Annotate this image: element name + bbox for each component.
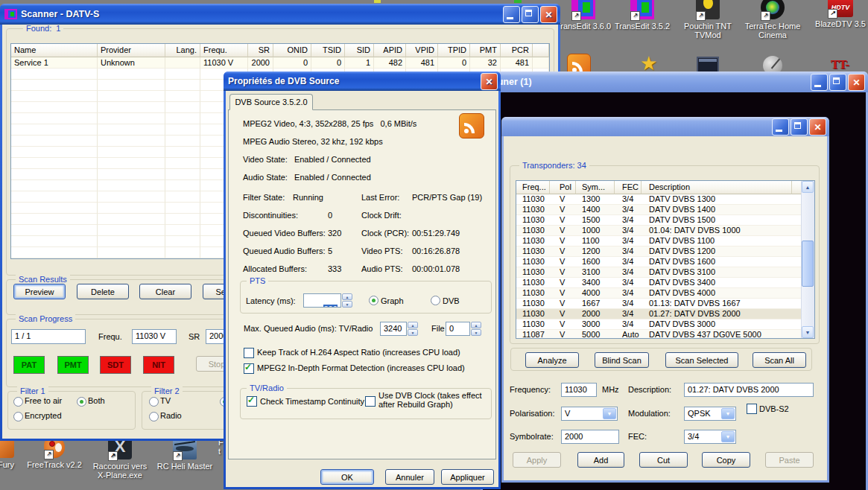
vertical-scrollbar[interactable]: ▲▼ bbox=[801, 181, 814, 338]
latency-field[interactable]: 300 bbox=[303, 293, 341, 308]
column-header[interactable]: ONID bbox=[273, 44, 311, 57]
spin-up-icon[interactable]: ▲ bbox=[408, 322, 418, 328]
filter2-radio-tv[interactable] bbox=[149, 397, 159, 407]
transponder-row[interactable]: 11030V16673/401.13: DATV DVBS 1667 bbox=[516, 299, 814, 309]
copy-button[interactable]: Copy bbox=[702, 452, 750, 468]
chevron-down-icon[interactable]: ▼ bbox=[721, 431, 735, 442]
transponder-list[interactable]: Freq...PolSym...FECDescription11030V1300… bbox=[516, 180, 815, 339]
filter1-radio-encrypted[interactable] bbox=[13, 412, 23, 421]
chevron-down-icon[interactable]: ▼ bbox=[721, 408, 735, 419]
desktop-icon-pouchin[interactable]: ↗Pouchin TNTTVMod bbox=[678, 0, 738, 39]
column-header[interactable]: SID bbox=[345, 44, 374, 57]
tab-dvb-source[interactable]: DVB Source 3.5.2.0 bbox=[229, 94, 313, 110]
column-header[interactable]: Freq... bbox=[516, 181, 550, 194]
mpeg2-indepth-checkbox[interactable] bbox=[244, 363, 254, 374]
desktop-icon-transedit-352[interactable]: ↗TransEdit 3.5.2 bbox=[612, 0, 672, 31]
analyze-button[interactable]: Analyze bbox=[525, 352, 579, 368]
column-header[interactable]: PMT bbox=[470, 44, 501, 57]
column-header[interactable]: Sym... bbox=[576, 181, 615, 194]
max-queued-file-stepper[interactable]: ▲▼ bbox=[471, 322, 481, 336]
spin-up-icon[interactable]: ▲ bbox=[342, 293, 352, 300]
spin-down-icon[interactable]: ▼ bbox=[471, 329, 481, 336]
apply-button[interactable]: Apply bbox=[513, 452, 561, 468]
max-queued-file-field[interactable]: 0 bbox=[446, 322, 470, 336]
column-header[interactable]: TSID bbox=[311, 44, 345, 57]
delete-button[interactable]: Delete bbox=[77, 284, 129, 299]
symbolrate-field[interactable]: 2000 bbox=[561, 430, 619, 444]
frequency-field[interactable]: 11030 bbox=[561, 383, 597, 397]
column-header[interactable]: Frequ. bbox=[200, 44, 248, 57]
scroll-down-icon[interactable]: ▼ bbox=[802, 326, 814, 338]
desktop-icon-transedit-360[interactable]: ↗TransEdit 3.6.0 bbox=[554, 0, 613, 31]
desktop-icon-terratec[interactable]: ↗TerraTec HomeCinema bbox=[743, 0, 802, 39]
max-queued-tv-field[interactable]: 3240 bbox=[380, 322, 407, 336]
paste-button[interactable]: Paste bbox=[765, 452, 814, 468]
modulation-select[interactable]: QPSK ▼ bbox=[684, 407, 736, 421]
transponder-row[interactable]: 11030V14003/4DATV DVBS 1400 bbox=[516, 205, 814, 215]
frequ-field[interactable]: 11030 V bbox=[132, 329, 177, 344]
transponder-row[interactable]: 11030V34003/4DATV DVBS 3400 bbox=[516, 278, 814, 288]
ok-button[interactable]: OK bbox=[320, 469, 374, 485]
graph-radio[interactable] bbox=[369, 296, 378, 305]
latency-stepper[interactable]: ▲▼ bbox=[342, 293, 352, 308]
spin-down-icon[interactable]: ▼ bbox=[342, 301, 352, 308]
transponder-titlebar[interactable] bbox=[501, 117, 829, 136]
column-header[interactable]: SR bbox=[248, 44, 273, 57]
blind-scan-button[interactable]: Blind Scan bbox=[595, 352, 649, 368]
dvbs2-checkbox[interactable] bbox=[747, 404, 757, 414]
transponder-row[interactable]: 11030V40003/4DATV DVBS 4000 bbox=[516, 288, 814, 299]
transponder-row[interactable]: 11030V30003/4DATV DVBS 3000 bbox=[516, 319, 814, 330]
desktop-icon-xplane[interactable]: X↗Raccourci versX-Plane.exe bbox=[90, 436, 150, 480]
transponder-row[interactable]: 11030V15003/4DATV DVBS 1500 bbox=[516, 215, 814, 226]
description-field[interactable]: 01.27: DATV DVBS 2000 bbox=[684, 383, 814, 397]
desktop-icon-blazedtv[interactable]: HDTV↗BlazeDTV 3.5 bbox=[811, 0, 868, 28]
column-header[interactable]: Pol bbox=[550, 181, 576, 194]
h264-aspect-checkbox[interactable] bbox=[244, 348, 254, 358]
minimize-button[interactable] bbox=[811, 74, 828, 91]
transponder-row[interactable]: 11030V16003/4DATV DVBS 1600 bbox=[516, 257, 814, 267]
filter1-radio-free-to-air[interactable] bbox=[13, 397, 23, 407]
spin-down-icon[interactable]: ▼ bbox=[408, 329, 418, 336]
timestamp-continuity-checkbox[interactable] bbox=[247, 396, 257, 407]
maximize-button[interactable] bbox=[829, 74, 846, 91]
transponder-row[interactable]: 11030V20003/401.27: DATV DVBS 2000 bbox=[516, 309, 814, 319]
scanner-titlebar[interactable]: Scanner - DATV-S bbox=[0, 4, 560, 25]
max-queued-tv-stepper[interactable]: ▲▼ bbox=[408, 322, 418, 336]
scrollbar-thumb[interactable] bbox=[802, 241, 814, 287]
minimize-button[interactable] bbox=[772, 118, 789, 136]
annuler-button[interactable]: Annuler bbox=[385, 469, 434, 485]
column-header[interactable]: FEC bbox=[615, 181, 642, 194]
close-button[interactable] bbox=[848, 74, 865, 91]
column-header[interactable]: Description bbox=[642, 181, 792, 194]
dialog-titlebar[interactable]: Propriétés de DVB Source bbox=[224, 71, 501, 91]
scroll-up-icon[interactable]: ▲ bbox=[802, 181, 814, 193]
column-header[interactable]: Lang. bbox=[165, 44, 200, 57]
column-header[interactable]: Name bbox=[11, 44, 98, 57]
tuner-titlebar[interactable]: Tuner (1) bbox=[481, 71, 868, 92]
close-button[interactable] bbox=[809, 118, 826, 136]
spin-up-icon[interactable]: ▲ bbox=[471, 322, 481, 328]
preview-button[interactable]: Preview bbox=[13, 284, 66, 299]
close-button[interactable] bbox=[540, 6, 557, 23]
maximize-button[interactable] bbox=[522, 6, 539, 23]
dvb-radio[interactable] bbox=[431, 296, 440, 305]
column-header[interactable]: VPID bbox=[406, 44, 438, 57]
scan-selected-button[interactable]: Scan Selected bbox=[665, 352, 738, 368]
chevron-down-icon[interactable]: ▼ bbox=[603, 408, 616, 419]
maximize-button[interactable] bbox=[791, 118, 808, 136]
filter1-radio-both[interactable] bbox=[77, 397, 86, 407]
column-header[interactable]: PCR bbox=[501, 44, 533, 57]
transponder-row[interactable]: 11030V12003/4DATV DVBS 1200 bbox=[516, 246, 814, 257]
use-dvb-clock-checkbox[interactable] bbox=[365, 396, 376, 407]
add-button[interactable]: Add bbox=[577, 452, 624, 468]
cut-button[interactable]: Cut bbox=[639, 452, 688, 468]
minimize-button[interactable] bbox=[503, 6, 520, 23]
fec-select[interactable]: 3/4 ▼ bbox=[684, 430, 736, 444]
transponder-row[interactable]: 11087V5000AutoDATV DVBS 437 DG0VE 5000 bbox=[516, 330, 814, 339]
transponder-row[interactable]: 11030V31003/4DATV DVBS 3100 bbox=[516, 267, 814, 278]
transponder-row[interactable]: 11030V11003/4DATV DVBS 1100 bbox=[516, 236, 814, 246]
table-row[interactable]: Service 1Unknown11030 V20000014824810324… bbox=[11, 57, 549, 69]
appliquer-button[interactable]: Appliquer bbox=[441, 469, 494, 485]
filter2-radio-radio[interactable] bbox=[149, 412, 159, 421]
column-header[interactable]: Provider bbox=[98, 44, 165, 57]
